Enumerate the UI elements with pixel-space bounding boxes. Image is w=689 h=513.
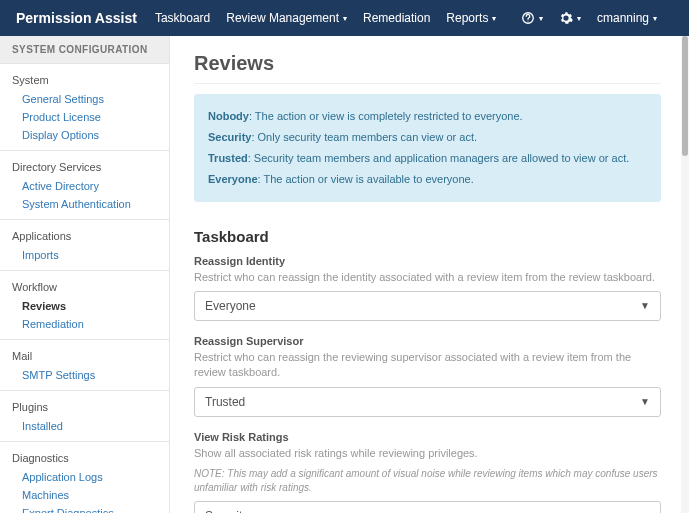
chevron-down-icon: ▼ bbox=[640, 396, 650, 407]
info-text: : Security team members and application … bbox=[248, 152, 630, 164]
field-view-risk-ratings: View Risk Ratings Show all associated ri… bbox=[194, 431, 661, 513]
select-reassign-identity[interactable]: Everyone ▼ bbox=[194, 291, 661, 321]
select-value: Trusted bbox=[205, 395, 245, 409]
chevron-down-icon: ▾ bbox=[577, 14, 581, 23]
info-text: : The action or view is available to eve… bbox=[258, 173, 474, 185]
field-label: Reassign Supervisor bbox=[194, 335, 661, 347]
scrollbar[interactable] bbox=[681, 36, 689, 513]
help-button[interactable]: ▾ bbox=[521, 11, 543, 25]
sidebar: SYSTEM CONFIGURATION System General Sett… bbox=[0, 36, 170, 513]
chevron-down-icon: ▾ bbox=[539, 14, 543, 23]
side-group-directory: Directory Services Active Directory Syst… bbox=[0, 151, 169, 220]
info-box: Nobody: The action or view is completely… bbox=[194, 94, 661, 202]
sidebar-item-machines[interactable]: Machines bbox=[0, 486, 169, 504]
top-nav: Permission Assist Taskboard Review Manag… bbox=[0, 0, 689, 36]
main-content: Reviews Nobody: The action or view is co… bbox=[170, 36, 689, 513]
sidebar-item-general-settings[interactable]: General Settings bbox=[0, 90, 169, 108]
nav-taskboard[interactable]: Taskboard bbox=[155, 11, 210, 25]
field-label: Reassign Identity bbox=[194, 255, 661, 267]
chevron-down-icon: ▾ bbox=[653, 14, 657, 23]
info-term: Nobody bbox=[208, 110, 249, 122]
select-value: Everyone bbox=[205, 299, 256, 313]
side-group-title: Directory Services bbox=[0, 157, 169, 177]
sidebar-item-active-directory[interactable]: Active Directory bbox=[0, 177, 169, 195]
svg-point-1 bbox=[527, 21, 528, 22]
nav-remediation[interactable]: Remediation bbox=[363, 11, 430, 25]
gear-icon bbox=[559, 11, 573, 25]
side-group-mail: Mail SMTP Settings bbox=[0, 340, 169, 391]
chevron-down-icon: ▼ bbox=[640, 300, 650, 311]
nav-reports[interactable]: Reports▾ bbox=[446, 11, 496, 25]
sidebar-item-remediation[interactable]: Remediation bbox=[0, 315, 169, 333]
side-group-system: System General Settings Product License … bbox=[0, 64, 169, 151]
sidebar-item-imports[interactable]: Imports bbox=[0, 246, 169, 264]
field-label: View Risk Ratings bbox=[194, 431, 661, 443]
side-group-plugins: Plugins Installed bbox=[0, 391, 169, 442]
info-text: : Only security team members can view or… bbox=[251, 131, 477, 143]
side-group-title: System bbox=[0, 70, 169, 90]
nav-review-management[interactable]: Review Management▾ bbox=[226, 11, 347, 25]
side-group-title: Diagnostics bbox=[0, 448, 169, 468]
sidebar-item-product-license[interactable]: Product License bbox=[0, 108, 169, 126]
field-note: NOTE: This may add a significant amount … bbox=[194, 467, 661, 495]
section-title: Taskboard bbox=[194, 228, 661, 245]
sidebar-item-system-auth[interactable]: System Authentication bbox=[0, 195, 169, 213]
sidebar-item-app-logs[interactable]: Application Logs bbox=[0, 468, 169, 486]
sidebar-item-smtp[interactable]: SMTP Settings bbox=[0, 366, 169, 384]
brand: Permission Assist bbox=[16, 10, 137, 26]
select-view-risk-ratings[interactable]: Security ▼ bbox=[194, 501, 661, 513]
settings-button[interactable]: ▾ bbox=[559, 11, 581, 25]
side-group-title: Mail bbox=[0, 346, 169, 366]
page-title: Reviews bbox=[194, 52, 661, 84]
user-menu[interactable]: cmanning▾ bbox=[597, 11, 657, 25]
field-desc: Restrict who can reassign the reviewing … bbox=[194, 350, 661, 381]
sidebar-item-reviews[interactable]: Reviews bbox=[0, 297, 169, 315]
sidebar-item-installed[interactable]: Installed bbox=[0, 417, 169, 435]
help-icon bbox=[521, 11, 535, 25]
side-group-applications: Applications Imports bbox=[0, 220, 169, 271]
field-desc: Restrict who can reassign the identity a… bbox=[194, 270, 661, 285]
select-reassign-supervisor[interactable]: Trusted ▼ bbox=[194, 387, 661, 417]
info-term: Security bbox=[208, 131, 251, 143]
sidebar-item-display-options[interactable]: Display Options bbox=[0, 126, 169, 144]
info-term: Everyone bbox=[208, 173, 258, 185]
info-term: Trusted bbox=[208, 152, 248, 164]
side-group-title: Workflow bbox=[0, 277, 169, 297]
side-group-title: Plugins bbox=[0, 397, 169, 417]
select-value: Security bbox=[205, 509, 248, 513]
field-reassign-identity: Reassign Identity Restrict who can reass… bbox=[194, 255, 661, 321]
sidebar-header: SYSTEM CONFIGURATION bbox=[0, 36, 169, 64]
field-desc: Show all associated risk ratings while r… bbox=[194, 446, 661, 461]
info-text: : The action or view is completely restr… bbox=[249, 110, 523, 122]
chevron-down-icon: ▾ bbox=[343, 14, 347, 23]
sidebar-item-export-diag[interactable]: Export Diagnostics bbox=[0, 504, 169, 513]
side-group-workflow: Workflow Reviews Remediation bbox=[0, 271, 169, 340]
side-group-diagnostics: Diagnostics Application Logs Machines Ex… bbox=[0, 442, 169, 513]
side-group-title: Applications bbox=[0, 226, 169, 246]
field-reassign-supervisor: Reassign Supervisor Restrict who can rea… bbox=[194, 335, 661, 417]
chevron-down-icon: ▾ bbox=[492, 14, 496, 23]
